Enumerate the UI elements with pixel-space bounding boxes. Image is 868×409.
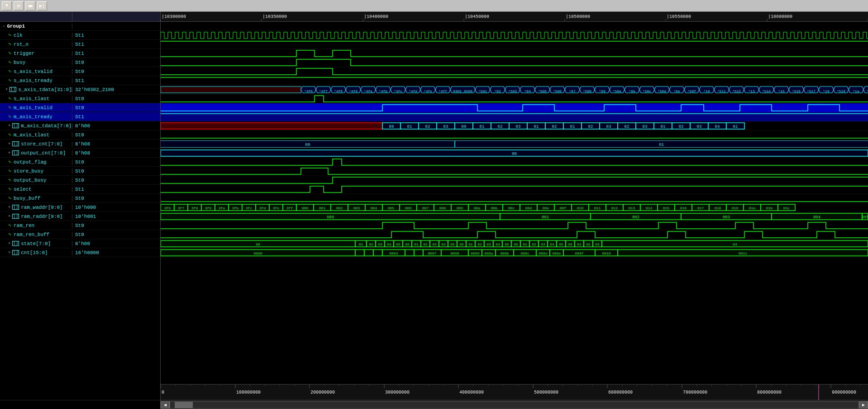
toolbar-btn-1[interactable]: ▼ — [2, 1, 12, 10]
signal-value-trigger: St1 — [72, 51, 160, 56]
expand-btn-cnt[interactable]: + — [8, 250, 10, 255]
signal-row-s_axis_tdata[interactable]: +[]s_axis_tdata[31:0]32'h0302_2100 — [0, 85, 160, 94]
signal-row-store_busy[interactable]: ∿store_busySt0 — [0, 167, 160, 176]
signal-row-clk[interactable]: ∿clkSt1 — [0, 31, 160, 40]
expand-btn-store_cnt[interactable]: + — [8, 142, 10, 146]
signal-label-ram_raddr: ram_raddr[9:0] — [21, 214, 62, 219]
signal-row-s_axis_tlast[interactable]: ∿s_axis_tlastSt0 — [0, 94, 160, 103]
signal-label-s_axis_tready: s_axis_tready — [14, 78, 52, 83]
signal-row-m_axis_tdata[interactable]: +[]m_axis_tdata[7:0]8'h00 — [0, 121, 160, 130]
signal-list[interactable]: -Group1∿clkSt1∿rst_nSt1∿triggerSt1∿busyS… — [0, 22, 160, 400]
signal-name-busy: ∿busy — [0, 60, 72, 65]
signal-row-m_axis_tready[interactable]: ∿m_axis_treadySt1 — [0, 112, 160, 121]
signal-name-m_axis_tlast: ∿m_axis_tlast — [0, 132, 72, 138]
signal-value-rst_n: St1 — [72, 42, 160, 47]
signal-row-busy_buff[interactable]: ∿busy_buffSt0 — [0, 194, 160, 203]
column-headers — [0, 12, 160, 22]
signal-row-ram_waddr[interactable]: +[]ram_waddr[9:0]10'h000 — [0, 203, 160, 212]
signal-label-cnt: cnt[15:0] — [21, 250, 48, 255]
signal-name-m_axis_tready: ∿m_axis_tready — [0, 114, 72, 120]
signal-value-s_axis_tdata: 32'h0302_2100 — [72, 87, 160, 92]
signal-value-m_axis_tready: St1 — [72, 114, 160, 120]
signal-row-busy[interactable]: ∿busySt0 — [0, 58, 160, 67]
bottom-scrollbar[interactable]: ◀ ▶ — [161, 400, 868, 409]
horizontal-scrollbar[interactable] — [170, 401, 859, 409]
wire-icon-m_axis_tvalid: ∿ — [8, 105, 12, 110]
wire-icon-store_busy: ∿ — [8, 168, 12, 173]
signal-row-output_flag[interactable]: ∿output_flagSt0 — [0, 158, 160, 167]
signal-name-clk: ∿clk — [0, 33, 72, 38]
waveform-area[interactable] — [161, 22, 868, 384]
wire-icon-s_axis_tlast: ∿ — [8, 96, 12, 101]
signal-row-state[interactable]: +[]state[7:0]8'h00 — [0, 239, 160, 248]
signal-name-s_axis_tlast: ∿s_axis_tlast — [0, 96, 72, 101]
signal-value-busy: St0 — [72, 60, 160, 65]
toolbar-btn-2[interactable]: ⊞ — [14, 1, 24, 10]
signal-row-cnt[interactable]: +[]cnt[15:0]16'h0000 — [0, 248, 160, 257]
signal-row-s_axis_tready[interactable]: ∿s_axis_treadySt1 — [0, 76, 160, 85]
signal-row-m_axis_tlast[interactable]: ∿m_axis_tlastSt0 — [0, 130, 160, 140]
ruler-canvas — [161, 12, 868, 21]
scroll-right-btn[interactable]: ▶ — [859, 401, 868, 409]
signal-label-m_axis_tdata: m_axis_tdata[7:0] — [21, 123, 72, 129]
wire-icon-busy_buff: ∿ — [8, 196, 12, 201]
signal-row-s_axis_tvalid[interactable]: ∿s_axis_tvalidSt0 — [0, 67, 160, 76]
waveform-panel: ◀ ▶ — [161, 12, 868, 409]
wire-icon-ram_ren: ∿ — [8, 223, 12, 228]
signal-value-s_axis_tready: St1 — [72, 78, 160, 83]
wire-icon-s_axis_tready: ∿ — [8, 78, 12, 83]
bus-icon-s_axis_tdata: [] — [10, 87, 16, 92]
signal-value-state: 8'h00 — [72, 241, 160, 246]
toolbar-btn-4[interactable]: ▶| — [37, 1, 47, 10]
signal-row-trigger[interactable]: ∿triggerSt1 — [0, 49, 160, 58]
scroll-left-btn[interactable]: ◀ — [161, 401, 170, 409]
signal-row-select[interactable]: ∿selectSt1 — [0, 185, 160, 194]
expand-btn-s_axis_tdata[interactable]: + — [5, 87, 8, 92]
signal-row-store_cnt[interactable]: +[]store_cnt[7:0]8'h08 — [0, 140, 160, 149]
signal-label-rst_n: rst_n — [14, 42, 29, 47]
signal-label-m_axis_tlast: m_axis_tlast — [14, 132, 49, 138]
signal-value-m_axis_tlast: St0 — [72, 132, 160, 138]
signal-value-store_cnt: 8'h08 — [72, 141, 160, 147]
signal-row-ram_raddr[interactable]: +[]ram_raddr[9:0]10'h001 — [0, 212, 160, 221]
bottom-ruler — [161, 384, 868, 400]
expand-btn-ram_waddr[interactable]: + — [8, 205, 10, 210]
signal-value-ram_ren: St0 — [72, 223, 160, 228]
wire-icon-clk: ∿ — [8, 33, 12, 38]
signal-label-output_flag: output_flag — [14, 159, 47, 165]
signal-label-ram_ren: ram_ren — [14, 223, 34, 228]
signal-label-store_cnt: store_cnt[7:0] — [21, 141, 62, 147]
signal-label-ram_waddr: ram_waddr[9:0] — [21, 205, 62, 210]
bus-icon-store_cnt: [] — [12, 141, 19, 146]
expand-btn-output_cnt[interactable]: + — [8, 151, 10, 155]
bus-icon-ram_raddr: [] — [12, 214, 19, 219]
expand-btn-m_axis_tdata[interactable]: + — [8, 124, 10, 128]
wire-icon-rst_n: ∿ — [8, 42, 12, 47]
signal-row-ram_ren[interactable]: ∿ram_renSt0 — [0, 221, 160, 230]
expand-btn-group1[interactable]: - — [3, 24, 5, 29]
signal-label-busy: busy — [14, 60, 25, 65]
wire-icon-select: ∿ — [8, 187, 12, 192]
signal-row-rst_n[interactable]: ∿rst_nSt1 — [0, 40, 160, 49]
scrollbar-thumb[interactable] — [175, 402, 193, 408]
signal-name-select: ∿select — [0, 187, 72, 192]
signal-row-ram_ren_buff[interactable]: ∿ram_ren_buffSt0 — [0, 230, 160, 239]
expand-btn-state[interactable]: + — [8, 241, 10, 246]
toolbar-btn-3[interactable]: ◀▶ — [25, 1, 35, 10]
bus-icon-output_cnt: [] — [12, 150, 19, 155]
signal-label-group1: Group1 — [7, 24, 25, 29]
signal-row-output_cnt[interactable]: +[]output_cnt[7:0]8'h08 — [0, 149, 160, 158]
signal-row-group1[interactable]: -Group1 — [0, 22, 160, 31]
wire-icon-output_flag: ∿ — [8, 159, 12, 164]
signal-row-m_axis_tvalid[interactable]: ∿m_axis_tvalidSt0 — [0, 103, 160, 112]
signal-value-s_axis_tlast: St0 — [72, 96, 160, 101]
time-ruler — [161, 12, 868, 22]
expand-btn-ram_raddr[interactable]: + — [8, 214, 10, 219]
new-group-row[interactable] — [0, 400, 160, 409]
signal-label-store_busy: store_busy — [14, 168, 43, 174]
signal-value-select: St1 — [72, 187, 160, 192]
wire-icon-output_busy: ∿ — [8, 178, 12, 183]
value-column-header — [72, 12, 160, 21]
name-column-header — [0, 12, 72, 21]
signal-row-output_busy[interactable]: ∿output_busySt0 — [0, 176, 160, 185]
